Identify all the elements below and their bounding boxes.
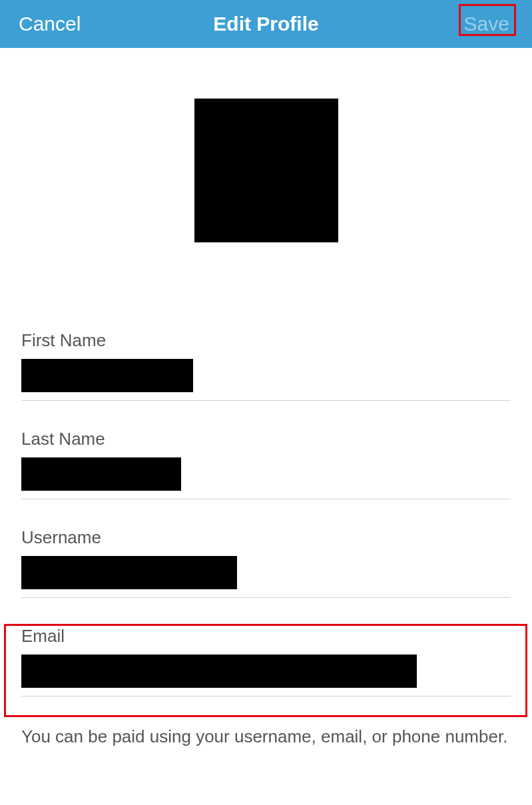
save-button[interactable]: Save xyxy=(460,11,513,37)
email-field: Email xyxy=(21,626,511,696)
header: Cancel Edit Profile Save xyxy=(0,0,532,48)
username-label: Username xyxy=(21,527,511,548)
first-name-label: First Name xyxy=(21,330,511,351)
email-label: Email xyxy=(21,626,511,647)
last-name-input[interactable] xyxy=(21,457,181,491)
avatar-section xyxy=(0,48,532,245)
avatar-image[interactable] xyxy=(194,99,338,242)
profile-form: First Name Last Name Username Email xyxy=(0,245,532,696)
first-name-input[interactable] xyxy=(21,359,193,392)
username-field: Username xyxy=(21,527,511,598)
cancel-button[interactable]: Cancel xyxy=(19,13,81,35)
last-name-field: Last Name xyxy=(21,429,511,499)
email-input[interactable] xyxy=(21,655,417,688)
help-text: You can be paid using your username, ema… xyxy=(0,724,532,748)
page-title: Edit Profile xyxy=(213,13,318,35)
username-input[interactable] xyxy=(21,556,237,589)
first-name-field: First Name xyxy=(21,330,511,401)
last-name-label: Last Name xyxy=(21,429,511,449)
